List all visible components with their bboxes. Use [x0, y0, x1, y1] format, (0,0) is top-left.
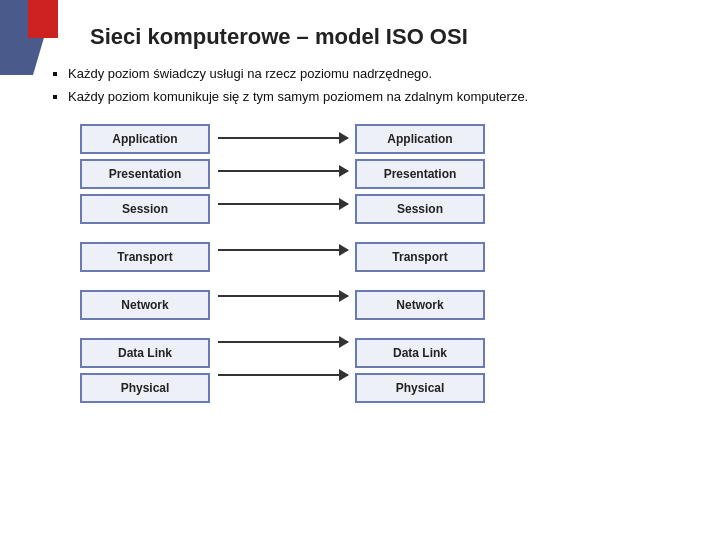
left-presentation-box: Presentation [80, 159, 210, 189]
arrow-physical [210, 361, 355, 389]
corner-decoration-red [28, 0, 58, 38]
gap-r2 [355, 277, 485, 285]
arrow-datalink-line [218, 341, 348, 343]
left-physical-box: Physical [80, 373, 210, 403]
left-session-box: Session [80, 194, 210, 224]
left-transport-box: Transport [80, 242, 210, 272]
arrow-physical-line [218, 374, 348, 376]
right-transport-box: Transport [355, 242, 485, 272]
page-title: Sieci komputerowe – model ISO OSI [90, 24, 690, 50]
gap-r3 [355, 325, 485, 333]
bullets-list: Każdy poziom świadczy usługi na rzecz po… [50, 64, 690, 106]
right-application-box: Application [355, 124, 485, 154]
arrow-session [210, 190, 355, 218]
osi-diagram: Application Presentation Session Transpo… [80, 124, 690, 403]
arrow-network [210, 282, 355, 310]
arrow-transport-line [218, 249, 348, 251]
arrow-application [210, 124, 355, 152]
gap1 [80, 229, 210, 237]
gap3 [80, 325, 210, 333]
gap-r1 [355, 229, 485, 237]
arrow-presentation-line [218, 170, 348, 172]
left-osi-column: Application Presentation Session Transpo… [80, 124, 210, 403]
page: Sieci komputerowe – model ISO OSI Każdy … [0, 0, 720, 540]
right-session-box: Session [355, 194, 485, 224]
right-physical-box: Physical [355, 373, 485, 403]
left-datalink-box: Data Link [80, 338, 210, 368]
left-network-box: Network [80, 290, 210, 320]
bullet-2: Każdy poziom komunikuje się z tym samym … [68, 87, 690, 107]
left-application-box: Application [80, 124, 210, 154]
gap-arr1 [210, 223, 355, 231]
arrow-session-line [218, 203, 348, 205]
bullet-1: Każdy poziom świadczy usługi na rzecz po… [68, 64, 690, 84]
right-datalink-box: Data Link [355, 338, 485, 368]
arrow-network-line [218, 295, 348, 297]
arrows-column [210, 124, 355, 389]
right-network-box: Network [355, 290, 485, 320]
arrow-transport [210, 236, 355, 264]
arrow-datalink [210, 328, 355, 356]
right-osi-column: Application Presentation Session Transpo… [355, 124, 485, 403]
arrow-application-line [218, 137, 348, 139]
right-presentation-box: Presentation [355, 159, 485, 189]
arrow-presentation [210, 157, 355, 185]
gap2 [80, 277, 210, 285]
gap-arr3 [210, 315, 355, 323]
gap-arr2 [210, 269, 355, 277]
